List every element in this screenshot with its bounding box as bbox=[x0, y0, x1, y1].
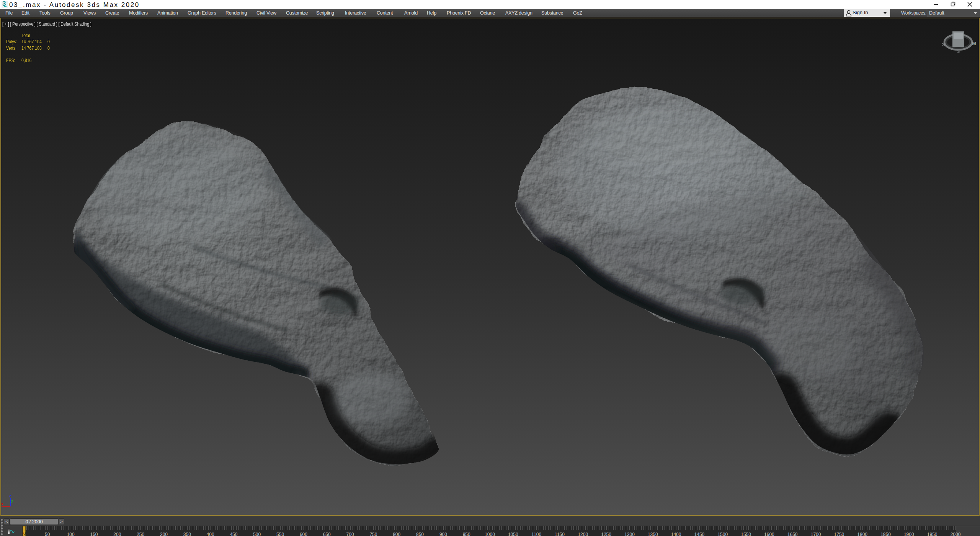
svg-text:x: x bbox=[1, 502, 3, 506]
svg-text:Э: Э bbox=[942, 42, 945, 47]
svg-text:S: S bbox=[957, 49, 960, 54]
svg-text:y: y bbox=[11, 498, 13, 503]
svg-text:M: M bbox=[972, 41, 976, 46]
svg-text:z: z bbox=[9, 494, 11, 498]
